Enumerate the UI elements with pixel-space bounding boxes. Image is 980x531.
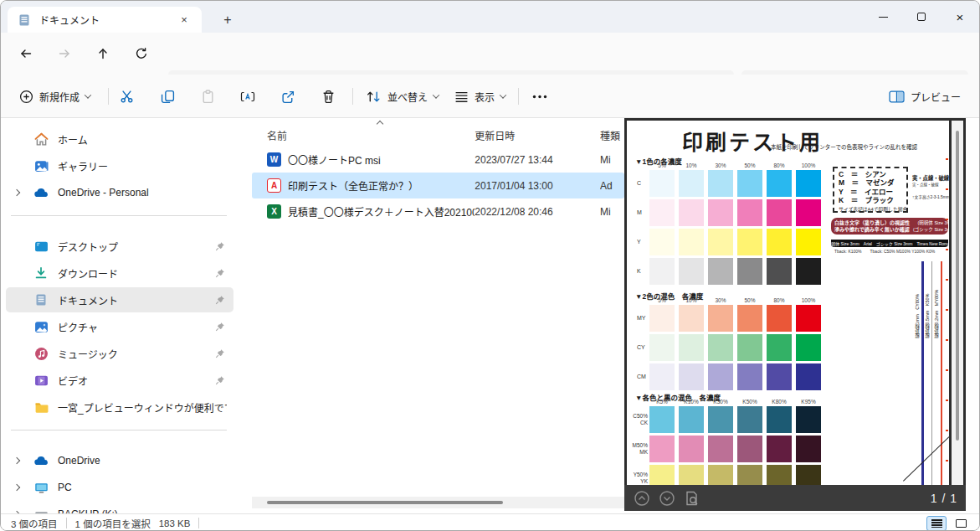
- cut-button[interactable]: [111, 83, 141, 110]
- sidebar-item-onedrive-personal[interactable]: OneDrive - Personal: [6, 180, 233, 205]
- sidebar-item-folder-ichinomiya[interactable]: 一宮_プレビューウィンドウが便利です！: [6, 394, 233, 420]
- color-swatch: [737, 258, 762, 285]
- color-swatch: [796, 258, 821, 285]
- column-header-name[interactable]: 名前: [252, 128, 475, 142]
- next-page-button[interactable]: [658, 489, 676, 508]
- sidebar-item-label: ビデオ: [58, 374, 207, 388]
- knockout-right2: (ゴシック Size 3mm): [913, 226, 949, 233]
- color-swatch: [796, 363, 821, 390]
- page-indicator: 1 / 1: [931, 492, 957, 505]
- color-swatch: [796, 406, 821, 433]
- color-swatch: [649, 334, 675, 361]
- sidebar-item-pc[interactable]: PC: [6, 475, 233, 500]
- new-tab-button[interactable]: +: [217, 9, 239, 31]
- download-icon: [33, 266, 49, 280]
- color-swatch: [679, 406, 704, 433]
- color-swatch: [708, 334, 733, 361]
- file-type: Mi: [600, 206, 624, 218]
- scrollbar-thumb[interactable]: [267, 501, 503, 504]
- pin-icon: [215, 295, 227, 305]
- home-icon: [33, 132, 49, 147]
- explorer-window: ドキュメント × + × バックアップの開始: [0, 0, 980, 531]
- sidebar-item-gallery[interactable]: ギャラリー: [6, 153, 233, 178]
- gallery-icon: [33, 159, 49, 173]
- preview-scrollbar[interactable]: [952, 121, 963, 485]
- sort-button[interactable]: 並べ替え: [359, 83, 445, 110]
- sidebar-item-music[interactable]: ミュージック: [6, 341, 233, 366]
- minimize-button[interactable]: [864, 1, 902, 33]
- tab-documents[interactable]: ドキュメント ×: [8, 7, 202, 33]
- details-view-toggle[interactable]: [926, 516, 947, 531]
- preview-toggle-button[interactable]: プレビュー: [882, 83, 967, 110]
- sidebar-item-videos[interactable]: ビデオ: [6, 368, 233, 393]
- previous-page-button[interactable]: [633, 489, 651, 508]
- column-header-modified[interactable]: 更新日時: [475, 128, 600, 142]
- maximize-button[interactable]: [902, 1, 941, 33]
- sidebar-item-label: OneDrive: [58, 455, 227, 467]
- copy-button[interactable]: [152, 83, 182, 110]
- color-swatch: [708, 305, 733, 332]
- more-button[interactable]: [525, 83, 555, 110]
- swatch-row-magenta: M: [649, 199, 821, 226]
- file-row-word[interactable]: W 〇〇様ノートPC msi 2023/07/27 13:44 Mi: [252, 147, 624, 173]
- line-style-note-small: 実・点線・破線: [912, 182, 949, 187]
- back-button[interactable]: [13, 40, 39, 67]
- page-zoom-icon[interactable]: [683, 489, 701, 508]
- file-row-pdf-selected[interactable]: A 印刷テスト（全色正常か？） 2017/01/04 13:00 Ad: [252, 173, 624, 198]
- view-button[interactable]: 表示: [448, 83, 512, 110]
- color-swatch: [708, 406, 733, 433]
- rename-button[interactable]: [233, 83, 263, 110]
- circle-plus-icon: [19, 90, 33, 104]
- cmyk-legend: C ＝ シアン M ＝ マゼンダ Y ＝ イエロー K ＝ ブラック サイズ表記…: [833, 167, 908, 213]
- sidebar-item-label: OneDrive - Personal: [58, 187, 227, 198]
- pdf-subtitle: 本紙を印刷してプリンターでの色表現やラインの乱れを確認: [771, 142, 917, 151]
- color-swatch: [767, 170, 792, 197]
- color-swatch: [708, 363, 733, 390]
- toolbar-divider: [352, 88, 353, 105]
- scrollbar-thumb[interactable]: [956, 131, 959, 441]
- color-swatch: [737, 305, 762, 332]
- sidebar-item-onedrive[interactable]: OneDrive: [6, 448, 233, 473]
- close-button[interactable]: ×: [941, 1, 979, 33]
- column-percent-label: 30%: [708, 162, 733, 168]
- chevron-right-icon[interactable]: [9, 190, 24, 195]
- color-swatch: [737, 170, 762, 197]
- column-header-type[interactable]: 種類: [600, 128, 624, 142]
- row-label: M50%MK: [628, 442, 648, 456]
- chevron-right-icon[interactable]: [9, 458, 24, 463]
- column-headers: 名前 更新日時 種類: [252, 125, 624, 145]
- chevron-right-icon[interactable]: [9, 485, 24, 490]
- paste-button[interactable]: [192, 83, 223, 110]
- sort-ascending-icon[interactable]: [377, 118, 384, 125]
- tab-close-icon[interactable]: ×: [175, 11, 193, 29]
- color-swatch: [767, 436, 792, 462]
- sidebar-divider: [11, 430, 227, 430]
- column-percent-label: 5%: [649, 297, 675, 303]
- command-toolbar: 新規作成: [1, 75, 979, 118]
- sidebar-item-documents[interactable]: ドキュメント: [6, 287, 233, 312]
- new-button[interactable]: 新規作成: [13, 83, 97, 110]
- refresh-button[interactable]: [128, 40, 155, 67]
- up-button[interactable]: [90, 40, 116, 67]
- knockout-right1: (明朝体 Size 3mm): [913, 219, 949, 226]
- sidebar-item-home[interactable]: ホーム: [6, 126, 233, 152]
- folder-icon: [33, 400, 49, 415]
- delete-button[interactable]: [313, 83, 343, 110]
- large-icons-view-toggle[interactable]: [951, 516, 971, 531]
- swatch-row-cy: CY: [649, 334, 821, 361]
- file-row-excel[interactable]: X 見積書_〇〇様デスク＋ノート入替20210000 2022/12/08 20…: [252, 198, 624, 224]
- sidebar-item-pictures[interactable]: ピクチャ: [6, 314, 233, 339]
- sidebar-item-desktop[interactable]: デスクトップ: [6, 234, 233, 259]
- forward-button[interactable]: [51, 40, 78, 67]
- horizontal-scrollbar[interactable]: [252, 497, 624, 508]
- color-swatch: [649, 199, 675, 226]
- sidebar-item-downloads[interactable]: ダウンロード: [6, 260, 233, 286]
- selection-size: 183 KB: [159, 518, 191, 528]
- color-swatch: [796, 229, 821, 255]
- share-button[interactable]: [273, 83, 303, 110]
- sidebar-item-backup-drive[interactable]: BACKUP (K:): [6, 502, 233, 513]
- navigation-pane: ホーム ギャラリー OneDrive - Personal: [1, 118, 239, 513]
- knockout-text-box: 白抜き文字（塗り潰し）の視認性 滲みや擦れで読み辛く無いか確認 (明朝体 Siz…: [831, 218, 948, 235]
- pin-icon: [215, 348, 227, 358]
- pin-icon: [215, 375, 227, 385]
